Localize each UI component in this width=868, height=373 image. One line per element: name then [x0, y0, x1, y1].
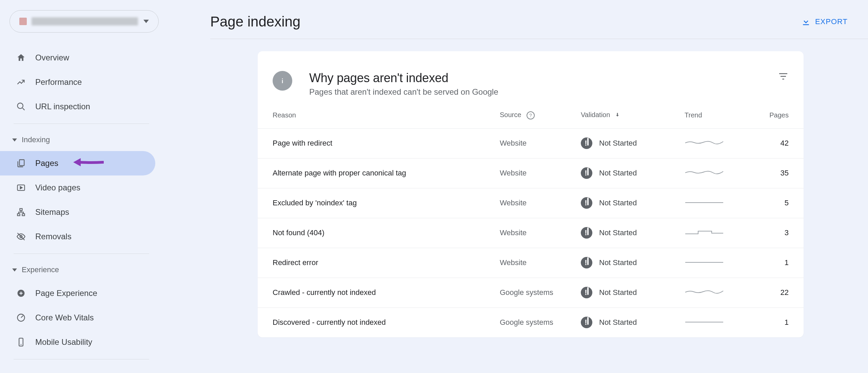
cell-trend — [670, 128, 739, 158]
svg-rect-10 — [282, 80, 283, 83]
sidebar-item-label: URL inspection — [35, 102, 90, 111]
cell-trend — [670, 188, 739, 218]
cell-trend — [670, 307, 739, 337]
pages-icon — [16, 158, 26, 169]
info-icon — [273, 71, 292, 91]
svg-rect-4 — [18, 214, 20, 216]
table-row[interactable]: Alternate page with proper canonical tag… — [258, 158, 804, 188]
cell-pages: 42 — [739, 128, 804, 158]
sidebar-item-label: Sitemaps — [35, 207, 69, 217]
nav-section-indexing[interactable]: Indexing — [0, 129, 163, 151]
sidebar-item-label: Performance — [35, 77, 82, 87]
circle-plus-icon — [16, 288, 26, 299]
sidebar-item-video-pages[interactable]: Video pages — [0, 175, 155, 200]
status-icon: ! — [581, 257, 592, 268]
cell-reason: Not found (404) — [258, 218, 485, 248]
property-selector[interactable] — [9, 10, 159, 33]
cell-trend — [670, 248, 739, 278]
home-icon — [16, 52, 26, 63]
cell-pages: 35 — [739, 158, 804, 188]
cell-reason: Excluded by 'noindex' tag — [258, 188, 485, 218]
svg-rect-5 — [22, 214, 25, 216]
svg-rect-1 — [19, 160, 24, 166]
divider — [14, 359, 149, 359]
nav-section-label: Indexing — [22, 135, 50, 144]
sidebar-item-url-inspection[interactable]: URL inspection — [0, 94, 155, 119]
cell-validation: !Not Started — [575, 278, 670, 307]
cell-validation: !Not Started — [575, 218, 670, 248]
cell-trend — [670, 278, 739, 307]
nav-main: Overview Performance URL inspection Inde… — [0, 41, 163, 369]
svg-rect-11 — [282, 78, 283, 79]
table-row[interactable]: Discovered - currently not indexedGoogle… — [258, 307, 804, 337]
trend-icon — [16, 77, 26, 88]
page-title: Page indexing — [210, 14, 300, 30]
sidebar-item-mobile-usability[interactable]: Mobile Usability — [0, 330, 155, 354]
col-reason[interactable]: Reason — [258, 111, 485, 128]
col-source[interactable]: Source ? — [485, 111, 575, 128]
table-row[interactable]: Not found (404)Website!Not Started3 — [258, 218, 804, 248]
table-row[interactable]: Excluded by 'noindex' tagWebsite!Not Sta… — [258, 188, 804, 218]
table-row[interactable]: Page with redirectWebsite!Not Started42 — [258, 128, 804, 158]
help-icon[interactable]: ? — [527, 111, 535, 119]
sidebar-item-label: Mobile Usability — [35, 337, 92, 347]
cell-pages: 3 — [739, 218, 804, 248]
cell-source: Website — [485, 158, 575, 188]
cell-reason: Redirect error — [258, 248, 485, 278]
cell-validation: !Not Started — [575, 248, 670, 278]
sidebar-item-label: Overview — [35, 53, 69, 62]
property-name-blurred — [32, 17, 138, 25]
filter-button[interactable] — [778, 71, 789, 83]
cell-reason: Discovered - currently not indexed — [258, 307, 485, 337]
divider — [14, 254, 149, 254]
download-icon — [801, 17, 811, 27]
sort-desc-icon — [615, 111, 620, 119]
eye-off-icon — [16, 231, 26, 242]
cell-validation: !Not Started — [575, 128, 670, 158]
sidebar-item-performance[interactable]: Performance — [0, 70, 155, 94]
cell-source: Website — [485, 218, 575, 248]
status-icon: ! — [581, 167, 592, 179]
cell-reason: Crawled - currently not indexed — [258, 278, 485, 307]
status-icon: ! — [581, 197, 592, 209]
sitemap-icon — [16, 207, 26, 218]
col-trend[interactable]: Trend — [670, 111, 739, 128]
nav-section-experience[interactable]: Experience — [0, 259, 163, 281]
sidebar-item-removals[interactable]: Removals — [0, 224, 155, 249]
status-icon: ! — [581, 227, 592, 239]
sidebar-item-page-experience[interactable]: Page Experience — [0, 281, 155, 305]
reasons-card: Why pages aren't indexed Pages that aren… — [258, 51, 804, 337]
search-icon — [16, 101, 26, 112]
card-subtitle: Pages that aren't indexed can't be serve… — [309, 87, 778, 97]
cell-reason: Page with redirect — [258, 128, 485, 158]
sidebar-item-pages[interactable]: Pages — [0, 151, 155, 175]
sidebar-item-label: Video pages — [35, 183, 80, 192]
card-title: Why pages aren't indexed — [309, 71, 778, 85]
sidebar-item-core-web-vitals[interactable]: Core Web Vitals — [0, 305, 155, 330]
status-icon: ! — [581, 137, 592, 149]
col-pages[interactable]: Pages — [739, 111, 804, 128]
cell-pages: 22 — [739, 278, 804, 307]
cell-source: Website — [485, 188, 575, 218]
cell-validation: !Not Started — [575, 158, 670, 188]
gauge-icon — [16, 312, 26, 323]
sidebar-item-label: Pages — [35, 158, 58, 168]
cell-pages: 1 — [739, 248, 804, 278]
chevron-down-icon — [143, 20, 149, 23]
table-row[interactable]: Crawled - currently not indexedGoogle sy… — [258, 278, 804, 307]
sidebar: Overview Performance URL inspection Inde… — [0, 0, 163, 373]
col-validation[interactable]: Validation — [575, 111, 670, 128]
nav-section-label: Experience — [22, 265, 59, 274]
cell-trend — [670, 158, 739, 188]
svg-point-0 — [18, 103, 23, 109]
export-label: EXPORT — [815, 17, 848, 26]
export-button[interactable]: EXPORT — [801, 17, 848, 27]
table-row[interactable]: Redirect errorWebsite!Not Started1 — [258, 248, 804, 278]
sidebar-item-sitemaps[interactable]: Sitemaps — [0, 200, 155, 224]
svg-rect-3 — [20, 209, 22, 211]
sidebar-item-overview[interactable]: Overview — [0, 45, 155, 70]
reasons-table: Reason Source ? Validation Trend Pa — [258, 111, 804, 337]
page-header: Page indexing EXPORT — [210, 14, 868, 39]
mobile-icon — [16, 337, 26, 348]
cell-trend — [670, 218, 739, 248]
